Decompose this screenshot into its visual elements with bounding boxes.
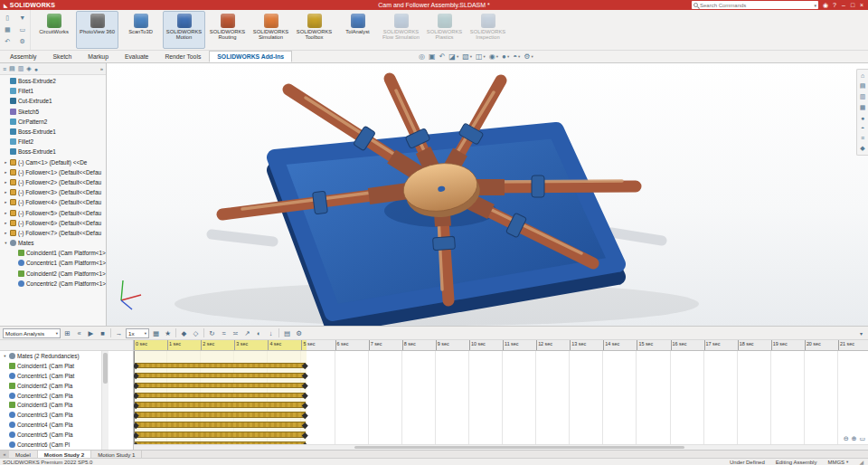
addin-solidworks-motion[interactable]: SOLIDWORKS Motion bbox=[163, 11, 205, 49]
key-point-icon[interactable] bbox=[302, 363, 307, 368]
section-view-icon[interactable]: ◪▾ bbox=[448, 52, 458, 61]
tree-item-concentric2-cam-pla[interactable]: Concentric2 (Cam Pla bbox=[0, 391, 101, 401]
dimxpertmanager-icon[interactable]: ◈ bbox=[26, 65, 31, 72]
damper-icon[interactable]: ≍ bbox=[231, 329, 241, 337]
tree-item-coincident2-cam-platform-1[interactable]: Coincident2 (Cam Platform<1>, bbox=[0, 269, 106, 279]
timeline-row[interactable] bbox=[134, 420, 868, 430]
addin-solidworks-inspection[interactable]: SOLIDWORKS Inspection bbox=[467, 11, 509, 49]
tab-evaluate[interactable]: Evaluate bbox=[117, 51, 156, 62]
expander-icon[interactable]: ▸ bbox=[4, 221, 8, 225]
key-bar[interactable] bbox=[135, 383, 306, 389]
tree-item-concentric3-cam-pla[interactable]: Concentric3 (Cam Pla bbox=[0, 410, 101, 420]
units-select[interactable]: MMGS ▾ bbox=[827, 460, 848, 465]
apply-scene-icon[interactable]: ◓▾ bbox=[513, 52, 520, 61]
scrollbar-thumb[interactable] bbox=[103, 353, 108, 384]
tree-item-concentric2-cam-platform-1[interactable]: Concentric2 (Cam Platform<1>, bbox=[0, 279, 106, 289]
viewport-canvas[interactable]: ⌂▤▥▦●◓≡◆ bbox=[107, 63, 868, 326]
tree-item-coincident1-cam-platform-1[interactable]: Coincident1 (Cam Platform<1>, bbox=[0, 248, 106, 258]
expander-icon[interactable]: ▸ bbox=[4, 170, 8, 175]
collapse-motionmanager-icon[interactable]: ▾ bbox=[860, 330, 865, 337]
timeline-row[interactable] bbox=[134, 400, 868, 410]
zoom-area-icon[interactable]: ▣ bbox=[429, 52, 436, 61]
search-input[interactable] bbox=[700, 3, 812, 8]
addin-solidworks-routing[interactable]: SOLIDWORKS Routing bbox=[206, 11, 249, 49]
zoom-fit-icon[interactable]: ◎ bbox=[419, 52, 425, 61]
home-icon[interactable]: ⌂ bbox=[861, 72, 864, 79]
tree-item-follower-3-default-defau[interactable]: ▸(-) Follower<3> (Default<<Defau bbox=[0, 187, 106, 197]
timeline-row[interactable] bbox=[134, 410, 868, 420]
tab-markup[interactable]: Markup bbox=[80, 51, 117, 62]
motor-icon[interactable]: ↻ bbox=[207, 329, 217, 337]
tree-item-sketch5[interactable]: Sketch5 bbox=[0, 107, 106, 117]
key-point-icon[interactable] bbox=[302, 422, 307, 428]
doc-tab-model[interactable]: Model bbox=[9, 451, 38, 458]
chevron-down-icon[interactable]: ▾ bbox=[814, 3, 816, 8]
tree-item-concentric6-cam-pl[interactable]: Concentric6 (Cam Pl bbox=[0, 440, 101, 450]
expander-icon[interactable]: ▸ bbox=[4, 160, 8, 165]
tab-assembly[interactable]: Assembly bbox=[2, 51, 44, 62]
appearances-icon[interactable]: ● bbox=[861, 115, 864, 121]
tree-item-boss-extrude2[interactable]: Boss-Extrude2 bbox=[0, 76, 106, 86]
tab-solidworks-add-ins[interactable]: SOLIDWORKS Add-Ins bbox=[209, 51, 292, 62]
tree-item-follower-6-default-defau[interactable]: ▸(-) Follower<6> (Default<<Defau bbox=[0, 218, 106, 228]
timeline-row[interactable] bbox=[134, 391, 868, 401]
doc-tab-motion-study-2[interactable]: Motion Study 2 bbox=[38, 451, 91, 458]
addin-solidworks-toolbox[interactable]: SOLIDWORKS Toolbox bbox=[293, 11, 335, 49]
calculate-icon[interactable]: ⊞ bbox=[62, 329, 72, 337]
expander-icon[interactable]: ▾ bbox=[4, 241, 8, 245]
scrollbar-thumb[interactable] bbox=[354, 446, 684, 449]
open-icon[interactable]: ▼ bbox=[19, 14, 25, 21]
user-icon[interactable]: ◉ bbox=[821, 0, 830, 10]
key-bar[interactable] bbox=[135, 432, 306, 438]
add-key-icon[interactable]: ◇ bbox=[191, 329, 201, 337]
print-icon[interactable]: ▭ bbox=[19, 26, 25, 33]
timeline-area[interactable]: 0 sec1 sec2 sec3 sec4 sec5 sec6 sec7 sec… bbox=[134, 340, 868, 450]
key-bar[interactable] bbox=[135, 422, 306, 428]
tree-item-mates[interactable]: ▾Mates bbox=[0, 238, 106, 248]
timeline-row[interactable] bbox=[134, 361, 868, 371]
key-bar[interactable] bbox=[135, 363, 306, 369]
key-point-icon[interactable] bbox=[302, 432, 307, 438]
play-from-start-icon[interactable]: « bbox=[74, 329, 84, 337]
gravity-icon[interactable]: ↓ bbox=[266, 329, 276, 337]
tree-item-concentric1-cam-plat[interactable]: Concentric1 (Cam Plat bbox=[0, 371, 101, 381]
tree-item-concentric5-cam-pla[interactable]: Concentric5 (Cam Pla bbox=[0, 430, 101, 440]
featuremanager-tree-icon[interactable]: ≡ bbox=[3, 66, 6, 72]
design-library-icon[interactable]: ▤ bbox=[860, 82, 866, 90]
minimize-icon[interactable]: – bbox=[839, 0, 848, 10]
tree-item-coincident3-cam-pla[interactable]: Coincident3 (Cam Pla bbox=[0, 400, 101, 410]
key-point-icon[interactable] bbox=[134, 422, 138, 428]
timeline-row[interactable] bbox=[134, 371, 868, 381]
force-icon[interactable]: ↗ bbox=[242, 329, 252, 337]
expander-icon[interactable]: ▸ bbox=[4, 180, 8, 185]
model-scene[interactable] bbox=[107, 63, 868, 326]
scenes-icon[interactable]: ◓ bbox=[861, 125, 864, 131]
timeline-ruler[interactable]: 0 sec1 sec2 sec3 sec4 sec5 sec6 sec7 sec… bbox=[134, 340, 868, 351]
expander-icon[interactable]: ▸ bbox=[4, 211, 8, 215]
doc-tab-motion-study-1[interactable]: Motion Study 1 bbox=[91, 451, 142, 458]
tree-item-follower-7-default-defau[interactable]: ▸(-) Follower<7> (Default<<Defau bbox=[0, 228, 106, 238]
timeline-zoom-fit-icon[interactable]: ▭ bbox=[859, 435, 865, 442]
study-type-select[interactable]: Motion Analysis ▾ bbox=[3, 328, 61, 338]
spring-icon[interactable]: ≈ bbox=[219, 329, 229, 337]
addin-solidworks-plastics[interactable]: SOLIDWORKS Plastics bbox=[423, 11, 466, 49]
undo-icon[interactable]: ↶ bbox=[5, 38, 10, 45]
key-bar[interactable] bbox=[135, 393, 306, 399]
timeline-zoom-out-icon[interactable]: ⊖ bbox=[844, 435, 849, 442]
expander-icon[interactable]: ▾ bbox=[3, 354, 7, 358]
key-point-icon[interactable] bbox=[134, 373, 138, 378]
expand-panel-icon[interactable]: » bbox=[100, 66, 103, 71]
tree-item-coincident1-cam-plat[interactable]: Coincident1 (Cam Plat bbox=[0, 361, 101, 371]
options-icon[interactable]: ⚙ bbox=[20, 38, 25, 45]
addin-tolanalyst[interactable]: TolAnalyst bbox=[336, 11, 379, 49]
timeline-row[interactable] bbox=[134, 381, 868, 391]
help-icon[interactable]: ? bbox=[830, 0, 839, 10]
expander-icon[interactable]: ▸ bbox=[4, 200, 8, 204]
save-animation-icon[interactable]: ▦ bbox=[151, 329, 161, 337]
configurationmanager-icon[interactable]: ▥ bbox=[18, 65, 24, 72]
key-point-icon[interactable] bbox=[134, 393, 138, 398]
addin-solidworks-simulation[interactable]: SOLIDWORKS Simulation bbox=[250, 11, 292, 49]
play-icon[interactable]: ▶ bbox=[86, 329, 96, 337]
addin-scanto3d[interactable]: ScanTo3D bbox=[119, 11, 162, 49]
tab-render-tools[interactable]: Render Tools bbox=[156, 51, 209, 62]
